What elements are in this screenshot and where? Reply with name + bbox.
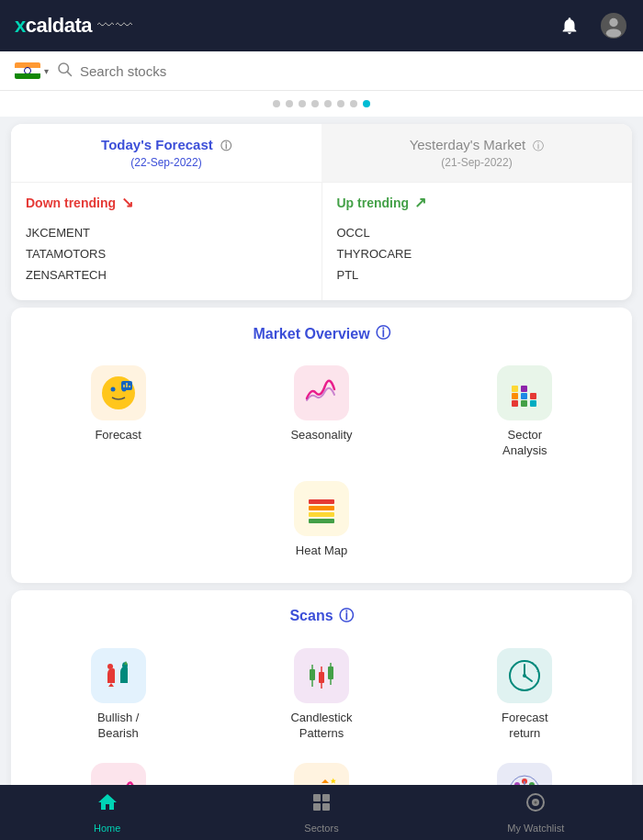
market-overview-title: Market Overview ⓘ bbox=[22, 324, 621, 343]
india-flag-icon bbox=[15, 62, 40, 79]
nav-watchlist-label: My Watchlist bbox=[507, 823, 564, 834]
seasonality-icon bbox=[294, 365, 349, 420]
market-forecast-item[interactable]: Forecast bbox=[22, 358, 214, 466]
sector-analysis-icon bbox=[497, 365, 552, 420]
svg-line-4 bbox=[67, 72, 71, 75]
svg-point-92 bbox=[535, 801, 537, 804]
dot-5[interactable] bbox=[324, 100, 332, 107]
dot-4[interactable] bbox=[311, 100, 319, 107]
svg-rect-88 bbox=[313, 803, 321, 811]
logo-wave-icon: 〰〰 bbox=[97, 17, 134, 36]
forecast-tabs: Today's Forecast ⓘ (22-Sep-2022) Yesterd… bbox=[11, 124, 632, 182]
svg-rect-33 bbox=[328, 666, 333, 679]
nav-sectors-label: Sectors bbox=[304, 823, 338, 834]
forecast-card: Today's Forecast ⓘ (22-Sep-2022) Yesterd… bbox=[11, 124, 632, 300]
user-avatar-icon[interactable] bbox=[599, 11, 628, 40]
yesterday-tab-title: Yesterday's Market ⓘ bbox=[336, 137, 617, 154]
candlestick-icon bbox=[294, 648, 349, 703]
sectors-nav-icon bbox=[310, 791, 333, 819]
stock-item[interactable]: THYROCARE bbox=[337, 243, 618, 264]
seasonality-item[interactable]: Seasonality bbox=[225, 358, 417, 466]
stock-item[interactable]: JKCEMENT bbox=[26, 222, 307, 243]
search-bar: ▾ bbox=[0, 51, 643, 91]
dot-2[interactable] bbox=[286, 100, 293, 107]
stock-item[interactable]: ZENSARTECH bbox=[26, 264, 307, 286]
down-arrow-icon: ↘ bbox=[121, 194, 133, 211]
svg-rect-17 bbox=[521, 386, 527, 392]
svg-rect-16 bbox=[521, 393, 527, 399]
svg-rect-13 bbox=[512, 393, 518, 399]
heatmap-item[interactable]: Heat Map bbox=[290, 474, 353, 566]
svg-marker-44 bbox=[331, 778, 336, 784]
seasonality-label: Seasonality bbox=[290, 428, 352, 443]
watchlist-nav-icon bbox=[525, 791, 547, 819]
nav-watchlist[interactable]: My Watchlist bbox=[429, 785, 643, 840]
down-trending-label: Down trending ↘ bbox=[26, 194, 307, 211]
nav-sectors[interactable]: Sectors bbox=[214, 785, 428, 840]
svg-point-37 bbox=[523, 674, 526, 678]
carousel-dots bbox=[0, 91, 643, 117]
nav-home[interactable]: Home bbox=[0, 785, 214, 840]
dot-7[interactable] bbox=[350, 100, 357, 107]
notification-bell-icon[interactable] bbox=[555, 11, 584, 40]
today-tab-title: Today's Forecast ⓘ bbox=[26, 137, 307, 154]
nav-home-label: Home bbox=[94, 823, 120, 834]
svg-rect-22 bbox=[309, 512, 334, 517]
scans-info-icon: ⓘ bbox=[339, 607, 354, 626]
today-tab-date: (22-Sep-2022) bbox=[26, 156, 307, 169]
svg-rect-87 bbox=[322, 794, 330, 801]
svg-rect-21 bbox=[309, 506, 334, 510]
country-selector[interactable]: ▾ bbox=[15, 62, 49, 79]
bullish-bearish-item[interactable]: Bullish /Bearish bbox=[22, 641, 214, 749]
forecast-return-icon bbox=[497, 648, 552, 703]
tab-yesterday[interactable]: Yesterday's Market ⓘ (21-Sep-2022) bbox=[322, 124, 632, 182]
svg-rect-12 bbox=[512, 400, 518, 407]
down-stocks-list: JKCEMENT TATAMOTORS ZENSARTECH bbox=[26, 222, 307, 286]
svg-rect-23 bbox=[309, 519, 334, 523]
up-stocks-list: OCCL THYROCARE PTL bbox=[337, 222, 618, 286]
stock-item[interactable]: OCCL bbox=[337, 222, 618, 243]
logo: xcaldata 〰〰 bbox=[15, 14, 134, 38]
up-arrow-icon: ↗ bbox=[414, 194, 426, 211]
dot-1[interactable] bbox=[273, 100, 280, 107]
svg-rect-89 bbox=[322, 803, 330, 811]
candlestick-label: CandlestickPatterns bbox=[290, 711, 352, 742]
app-header: xcaldata 〰〰 bbox=[0, 0, 643, 51]
market-overview-section: Market Overview ⓘ bbox=[11, 308, 632, 583]
bullish-bearish-icon bbox=[91, 648, 146, 703]
svg-point-1 bbox=[609, 18, 617, 27]
search-icon bbox=[56, 61, 73, 81]
header-icons bbox=[555, 11, 628, 40]
svg-marker-27 bbox=[108, 683, 114, 687]
scans-title: Scans ⓘ bbox=[22, 607, 621, 626]
forecast-icon bbox=[91, 365, 146, 420]
dot-3[interactable] bbox=[299, 100, 306, 107]
dot-8[interactable] bbox=[363, 100, 370, 107]
heatmap-row: Heat Map bbox=[22, 474, 621, 566]
svg-point-24 bbox=[107, 664, 113, 669]
search-input[interactable] bbox=[80, 63, 628, 79]
down-trending-col: Down trending ↘ JKCEMENT TATAMOTORS ZENS… bbox=[11, 183, 322, 300]
home-icon bbox=[96, 791, 118, 819]
svg-point-2 bbox=[606, 29, 621, 38]
trending-section: Down trending ↘ JKCEMENT TATAMOTORS ZENS… bbox=[11, 182, 632, 300]
svg-rect-14 bbox=[512, 386, 518, 392]
svg-point-6 bbox=[110, 387, 115, 392]
tab-today[interactable]: Today's Forecast ⓘ (22-Sep-2022) bbox=[11, 124, 322, 182]
sector-analysis-item[interactable]: SectorAnalysis bbox=[429, 358, 621, 466]
candlestick-item[interactable]: CandlestickPatterns bbox=[225, 641, 417, 749]
stock-item[interactable]: PTL bbox=[337, 264, 618, 286]
bullish-bearish-label: Bullish /Bearish bbox=[97, 711, 140, 742]
sector-analysis-label: SectorAnalysis bbox=[502, 428, 547, 459]
svg-rect-31 bbox=[319, 672, 324, 683]
forecast-return-item[interactable]: Forecastreturn bbox=[429, 641, 621, 749]
market-forecast-label: Forecast bbox=[95, 428, 141, 443]
up-trending-label: Up trending ↗ bbox=[337, 194, 618, 211]
dropdown-arrow-icon: ▾ bbox=[44, 66, 49, 76]
yesterday-tab-date: (21-Sep-2022) bbox=[336, 156, 617, 169]
market-overview-grid: Forecast Seasonality bbox=[22, 358, 621, 466]
svg-rect-20 bbox=[309, 499, 334, 504]
bottom-navigation: Home Sectors My Watchlist bbox=[0, 785, 643, 840]
dot-6[interactable] bbox=[337, 100, 344, 107]
stock-item[interactable]: TATAMOTORS bbox=[26, 243, 307, 264]
